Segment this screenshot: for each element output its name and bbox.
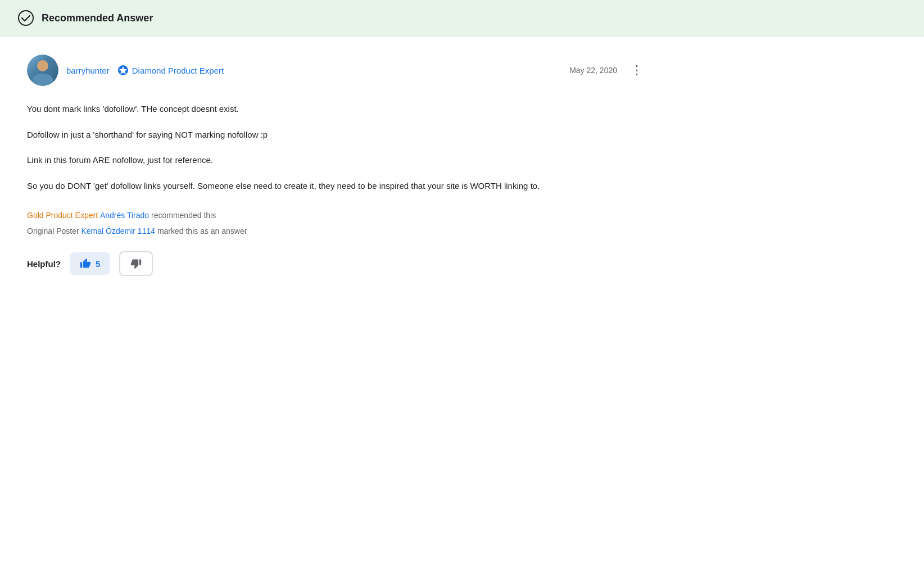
header-right: May 22, 2020 ⋮ <box>569 62 647 79</box>
thumbs-up-count: 5 <box>96 259 100 269</box>
author-name[interactable]: barryhunter <box>66 66 110 75</box>
recommended-answer-label: Recommended Answer <box>42 12 153 24</box>
answer-paragraph-4: So you do DONT 'get' dofollow links your… <box>27 179 647 193</box>
badge-label: Diamond Product Expert <box>132 66 224 75</box>
answer-paragraph-1: You dont mark links 'dofollow'. THe conc… <box>27 102 647 116</box>
thumbs-up-icon <box>80 258 91 269</box>
avatar-image <box>27 55 58 86</box>
original-poster-suffix: marked this as an answer <box>157 226 247 235</box>
diamond-star-icon <box>117 65 129 76</box>
avatar <box>27 55 58 86</box>
more-options-button[interactable]: ⋮ <box>626 62 647 79</box>
svg-point-0 <box>19 11 33 25</box>
helpful-label: Helpful? <box>27 259 61 269</box>
original-poster-name[interactable]: Kemal Özdemir 1114 <box>81 226 155 235</box>
answer-paragraph-3: Link in this forum ARE nofollow, just fo… <box>27 153 647 167</box>
original-poster-prefix: Original Poster <box>27 226 79 235</box>
thumbs-down-icon <box>130 258 142 269</box>
answer-body: You dont mark links 'dofollow'. THe conc… <box>27 102 647 193</box>
author-badge: Diamond Product Expert <box>117 65 224 76</box>
post-date: May 22, 2020 <box>569 66 617 75</box>
thumbs-down-button[interactable] <box>119 251 153 276</box>
answer-header: barryhunter Diamond Product Expert May 2… <box>27 55 647 86</box>
thumbs-up-button[interactable]: 5 <box>70 252 110 275</box>
answer-card: barryhunter Diamond Product Expert May 2… <box>0 37 674 294</box>
recommendation-section: Gold Product Expert Andrés Tirado recomm… <box>27 211 647 220</box>
check-circle-icon <box>18 10 34 26</box>
original-poster-section: Original Poster Kemal Özdemir 1114 marke… <box>27 226 647 235</box>
more-options-icon: ⋮ <box>631 64 643 76</box>
recommended-answer-banner: Recommended Answer <box>0 0 924 37</box>
author-info: barryhunter Diamond Product Expert <box>27 55 224 86</box>
recommender-name[interactable]: Andrés Tirado <box>100 211 149 220</box>
helpful-section: Helpful? 5 <box>27 251 647 276</box>
gold-expert-badge: Gold Product Expert <box>27 211 98 220</box>
answer-paragraph-2: Dofollow in just a 'shorthand' for sayin… <box>27 128 647 142</box>
recommendation-suffix: recommended this <box>151 211 216 220</box>
